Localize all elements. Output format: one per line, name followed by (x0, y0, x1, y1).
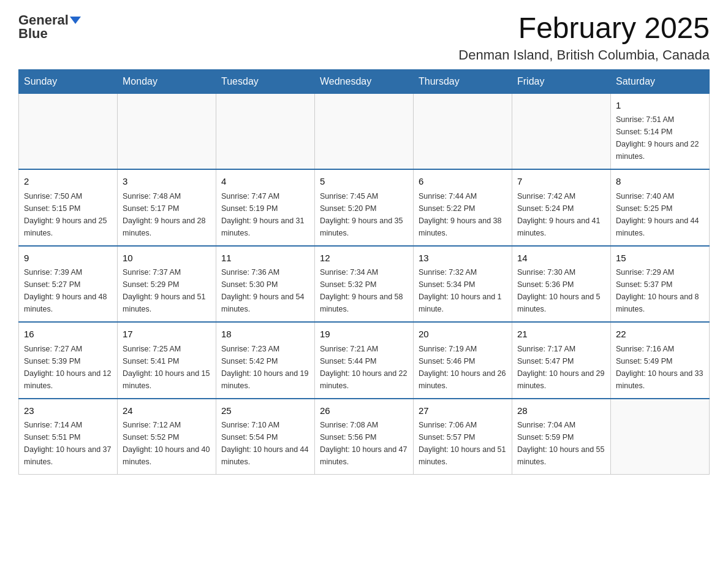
month-title: February 2025 (458, 12, 710, 45)
day-number: 3 (123, 175, 211, 189)
day-info: Sunrise: 7:08 AMSunset: 5:56 PMDaylight:… (320, 419, 408, 468)
weekday-header-saturday: Saturday (611, 69, 710, 93)
calendar-cell: 26Sunrise: 7:08 AMSunset: 5:56 PMDayligh… (315, 399, 414, 475)
calendar-cell (315, 93, 414, 169)
calendar-week-5: 23Sunrise: 7:14 AMSunset: 5:51 PMDayligh… (19, 399, 710, 475)
calendar-cell: 11Sunrise: 7:36 AMSunset: 5:30 PMDayligh… (216, 246, 315, 323)
day-info: Sunrise: 7:25 AMSunset: 5:41 PMDaylight:… (123, 343, 211, 392)
calendar-cell: 27Sunrise: 7:06 AMSunset: 5:57 PMDayligh… (414, 399, 512, 475)
calendar-cell (512, 93, 611, 169)
day-number: 2 (24, 175, 112, 189)
calendar-cell: 6Sunrise: 7:44 AMSunset: 5:22 PMDaylight… (414, 169, 512, 246)
calendar-cell: 9Sunrise: 7:39 AMSunset: 5:27 PMDaylight… (19, 246, 118, 323)
day-number: 14 (517, 251, 605, 266)
weekday-header-tuesday: Tuesday (216, 69, 315, 93)
day-info: Sunrise: 7:32 AMSunset: 5:34 PMDaylight:… (419, 266, 507, 315)
calendar-cell (216, 93, 315, 169)
calendar-cell: 8Sunrise: 7:40 AMSunset: 5:25 PMDaylight… (611, 169, 710, 246)
calendar-header-row: SundayMondayTuesdayWednesdayThursdayFrid… (19, 69, 710, 93)
calendar-week-3: 9Sunrise: 7:39 AMSunset: 5:27 PMDaylight… (19, 246, 710, 323)
day-info: Sunrise: 7:47 AMSunset: 5:19 PMDaylight:… (221, 190, 309, 239)
calendar-cell (414, 93, 512, 169)
day-number: 20 (419, 327, 507, 342)
day-info: Sunrise: 7:50 AMSunset: 5:15 PMDaylight:… (24, 190, 112, 239)
day-number: 27 (419, 404, 507, 418)
calendar-cell: 18Sunrise: 7:23 AMSunset: 5:42 PMDayligh… (216, 322, 315, 399)
calendar-cell: 20Sunrise: 7:19 AMSunset: 5:46 PMDayligh… (414, 322, 512, 399)
day-number: 10 (123, 251, 211, 266)
calendar-cell: 25Sunrise: 7:10 AMSunset: 5:54 PMDayligh… (216, 399, 315, 475)
day-number: 25 (221, 404, 309, 418)
calendar-cell (611, 399, 710, 475)
day-info: Sunrise: 7:51 AMSunset: 5:14 PMDaylight:… (616, 113, 704, 163)
day-number: 9 (24, 251, 112, 266)
weekday-header-friday: Friday (512, 69, 611, 93)
day-info: Sunrise: 7:48 AMSunset: 5:17 PMDaylight:… (123, 190, 211, 239)
day-info: Sunrise: 7:44 AMSunset: 5:22 PMDaylight:… (419, 190, 507, 239)
calendar-cell: 21Sunrise: 7:17 AMSunset: 5:47 PMDayligh… (512, 322, 611, 399)
day-number: 7 (517, 175, 605, 189)
day-number: 1 (616, 99, 704, 113)
calendar-cell: 17Sunrise: 7:25 AMSunset: 5:41 PMDayligh… (118, 322, 216, 399)
calendar-cell: 12Sunrise: 7:34 AMSunset: 5:32 PMDayligh… (315, 246, 414, 323)
weekday-header-thursday: Thursday (414, 69, 512, 93)
day-number: 19 (320, 327, 408, 342)
calendar-cell: 2Sunrise: 7:50 AMSunset: 5:15 PMDaylight… (19, 169, 118, 246)
calendar-cell: 13Sunrise: 7:32 AMSunset: 5:34 PMDayligh… (414, 246, 512, 323)
calendar-cell: 22Sunrise: 7:16 AMSunset: 5:49 PMDayligh… (611, 322, 710, 399)
day-info: Sunrise: 7:37 AMSunset: 5:29 PMDaylight:… (123, 266, 211, 315)
calendar-cell: 16Sunrise: 7:27 AMSunset: 5:39 PMDayligh… (19, 322, 118, 399)
weekday-header-monday: Monday (118, 69, 216, 93)
calendar-cell: 1Sunrise: 7:51 AMSunset: 5:14 PMDaylight… (611, 93, 710, 169)
day-info: Sunrise: 7:19 AMSunset: 5:46 PMDaylight:… (419, 343, 507, 392)
title-block: February 2025 Denman Island, British Col… (458, 12, 710, 63)
calendar-week-4: 16Sunrise: 7:27 AMSunset: 5:39 PMDayligh… (19, 322, 710, 399)
calendar-cell: 19Sunrise: 7:21 AMSunset: 5:44 PMDayligh… (315, 322, 414, 399)
day-info: Sunrise: 7:14 AMSunset: 5:51 PMDaylight:… (24, 419, 112, 468)
day-info: Sunrise: 7:40 AMSunset: 5:25 PMDaylight:… (616, 190, 704, 239)
day-info: Sunrise: 7:23 AMSunset: 5:42 PMDaylight:… (221, 343, 309, 392)
calendar-cell: 28Sunrise: 7:04 AMSunset: 5:59 PMDayligh… (512, 399, 611, 475)
calendar-week-1: 1Sunrise: 7:51 AMSunset: 5:14 PMDaylight… (19, 93, 710, 169)
calendar-cell: 24Sunrise: 7:12 AMSunset: 5:52 PMDayligh… (118, 399, 216, 475)
day-info: Sunrise: 7:29 AMSunset: 5:37 PMDaylight:… (616, 266, 704, 315)
day-info: Sunrise: 7:06 AMSunset: 5:57 PMDaylight:… (419, 419, 507, 468)
day-info: Sunrise: 7:45 AMSunset: 5:20 PMDaylight:… (320, 190, 408, 239)
day-info: Sunrise: 7:30 AMSunset: 5:36 PMDaylight:… (517, 266, 605, 315)
day-info: Sunrise: 7:12 AMSunset: 5:52 PMDaylight:… (123, 419, 211, 468)
calendar-cell (118, 93, 216, 169)
day-number: 8 (616, 175, 704, 189)
day-number: 18 (221, 327, 309, 342)
day-number: 5 (320, 175, 408, 189)
day-info: Sunrise: 7:04 AMSunset: 5:59 PMDaylight:… (517, 419, 605, 468)
day-info: Sunrise: 7:16 AMSunset: 5:49 PMDaylight:… (616, 343, 704, 392)
calendar-cell: 3Sunrise: 7:48 AMSunset: 5:17 PMDaylight… (118, 169, 216, 246)
calendar-cell: 23Sunrise: 7:14 AMSunset: 5:51 PMDayligh… (19, 399, 118, 475)
day-info: Sunrise: 7:10 AMSunset: 5:54 PMDaylight:… (221, 419, 309, 468)
day-number: 11 (221, 251, 309, 266)
calendar-cell: 4Sunrise: 7:47 AMSunset: 5:19 PMDaylight… (216, 169, 315, 246)
weekday-header-wednesday: Wednesday (315, 69, 414, 93)
logo-triangle-icon (70, 17, 81, 24)
day-number: 13 (419, 251, 507, 266)
calendar-week-2: 2Sunrise: 7:50 AMSunset: 5:15 PMDaylight… (19, 169, 710, 246)
day-info: Sunrise: 7:21 AMSunset: 5:44 PMDaylight:… (320, 343, 408, 392)
logo: General Blue (18, 12, 81, 42)
day-info: Sunrise: 7:17 AMSunset: 5:47 PMDaylight:… (517, 343, 605, 392)
day-info: Sunrise: 7:34 AMSunset: 5:32 PMDaylight:… (320, 266, 408, 315)
day-number: 17 (123, 327, 211, 342)
day-info: Sunrise: 7:27 AMSunset: 5:39 PMDaylight:… (24, 343, 112, 392)
day-number: 15 (616, 251, 704, 266)
page-header: General Blue February 2025 Denman Island… (18, 12, 710, 63)
logo-blue-text: Blue (18, 26, 48, 42)
calendar-cell: 14Sunrise: 7:30 AMSunset: 5:36 PMDayligh… (512, 246, 611, 323)
location-title: Denman Island, British Columbia, Canada (458, 47, 710, 63)
day-number: 24 (123, 404, 211, 418)
day-number: 6 (419, 175, 507, 189)
calendar-cell: 7Sunrise: 7:42 AMSunset: 5:24 PMDaylight… (512, 169, 611, 246)
day-info: Sunrise: 7:39 AMSunset: 5:27 PMDaylight:… (24, 266, 112, 315)
day-number: 21 (517, 327, 605, 342)
day-info: Sunrise: 7:42 AMSunset: 5:24 PMDaylight:… (517, 190, 605, 239)
day-number: 26 (320, 404, 408, 418)
day-info: Sunrise: 7:36 AMSunset: 5:30 PMDaylight:… (221, 266, 309, 315)
